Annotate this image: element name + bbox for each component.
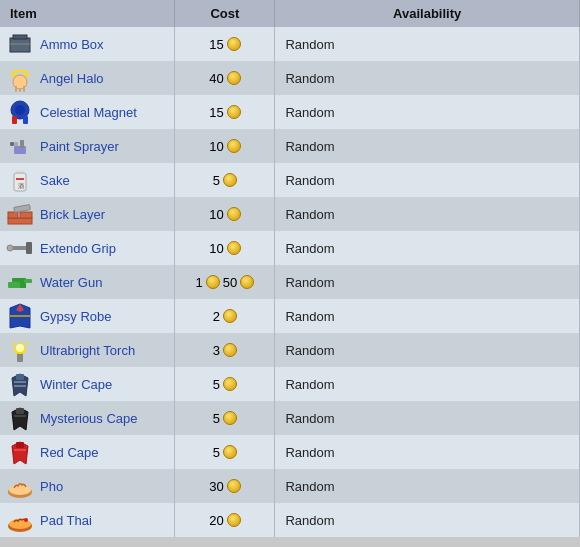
item-name-water-gun[interactable]: Water Gun (40, 275, 102, 290)
item-name-ammo-box[interactable]: Ammo Box (40, 37, 104, 52)
cost-amount: 10 (209, 241, 223, 256)
availability-cell-red-cape: Random (275, 435, 580, 469)
shop-table-container: Item Cost Availability Ammo Box15RandomA… (0, 0, 580, 537)
svg-rect-13 (20, 140, 24, 148)
availability-cell-pho: Random (275, 469, 580, 503)
item-icon-paint-sprayer (6, 132, 34, 160)
cost-cell-celestial-magnet: 15 (181, 105, 268, 120)
availability-cell-celestial-magnet: Random (275, 95, 580, 129)
item-icon-extendo-grip (6, 234, 34, 262)
svg-rect-21 (8, 212, 18, 218)
item-cell-sake: 酒Sake (6, 166, 168, 194)
item-name-paint-sprayer[interactable]: Paint Sprayer (40, 139, 119, 154)
cost-cell-gypsy-robe: 2 (181, 309, 268, 324)
table-row: Brick Layer10Random (0, 197, 580, 231)
table-row: Pho30Random (0, 469, 580, 503)
coin-icon (223, 173, 237, 187)
cost-cell-brick-layer: 10 (181, 207, 268, 222)
coin-icon (227, 105, 241, 119)
item-cell-brick-layer: Brick Layer (6, 200, 168, 228)
cost-amount: 15 (209, 105, 223, 120)
cost-amount: 5 (213, 411, 220, 426)
cost-cell-sake: 5 (181, 173, 268, 188)
item-name-pho[interactable]: Pho (40, 479, 63, 494)
svg-rect-1 (13, 35, 27, 39)
item-name-ultrabright-torch[interactable]: Ultrabright Torch (40, 343, 135, 358)
coin-icon (227, 241, 241, 255)
item-name-gypsy-robe[interactable]: Gypsy Robe (40, 309, 112, 324)
svg-point-26 (7, 245, 13, 251)
item-cell-pad-thai: Pad Thai (6, 506, 168, 534)
item-icon-brick-layer (6, 200, 34, 228)
availability-cell-gypsy-robe: Random (275, 299, 580, 333)
shop-table: Item Cost Availability Ammo Box15RandomA… (0, 0, 580, 537)
cost-amount: 5 (213, 173, 220, 188)
svg-point-4 (13, 75, 27, 89)
table-row: Red Cape5Random (0, 435, 580, 469)
svg-rect-10 (12, 116, 17, 124)
svg-rect-11 (23, 116, 28, 124)
item-icon-ultrabright-torch (6, 336, 34, 364)
item-cell-red-cape: Red Cape (6, 438, 168, 466)
cost-cell-pho: 30 (181, 479, 268, 494)
availability-cell-winter-cape: Random (275, 367, 580, 401)
item-cell-angel-halo: Angel Halo (6, 64, 168, 92)
item-name-sake[interactable]: Sake (40, 173, 70, 188)
availability-cell-extendo-grip: Random (275, 231, 580, 265)
item-name-angel-halo[interactable]: Angel Halo (40, 71, 104, 86)
coin-icon (227, 37, 241, 51)
item-cell-extendo-grip: Extendo Grip (6, 234, 168, 262)
coin-icon (223, 411, 237, 425)
cost-amount: 20 (209, 513, 223, 528)
svg-rect-48 (16, 442, 24, 448)
availability-cell-pad-thai: Random (275, 503, 580, 537)
item-icon-ammo-box (6, 30, 34, 58)
header-item: Item (0, 0, 175, 27)
cost-cell-ammo-box: 15 (181, 37, 268, 52)
svg-rect-41 (16, 374, 24, 380)
coin-icon (227, 479, 241, 493)
availability-cell-brick-layer: Random (275, 197, 580, 231)
table-row: Pad Thai20Random (0, 503, 580, 537)
item-cell-water-gun: Water Gun (6, 268, 168, 296)
table-row: Celestial Magnet15Random (0, 95, 580, 129)
item-name-extendo-grip[interactable]: Extendo Grip (40, 241, 116, 256)
item-cell-winter-cape: Winter Cape (6, 370, 168, 398)
svg-point-36 (16, 344, 24, 352)
header-cost: Cost (175, 0, 275, 27)
svg-rect-30 (12, 278, 22, 282)
item-cell-paint-sprayer: Paint Sprayer (6, 132, 168, 160)
cost-amount: 15 (209, 37, 223, 52)
cost-amount: 10 (209, 207, 223, 222)
svg-rect-29 (24, 279, 32, 283)
coin-icon (227, 139, 241, 153)
item-name-winter-cape[interactable]: Winter Cape (40, 377, 112, 392)
item-cell-mysterious-cape: Mysterious Cape (6, 404, 168, 432)
svg-rect-0 (10, 38, 30, 52)
item-name-red-cape[interactable]: Red Cape (40, 445, 99, 460)
cost-extra-amount: 1 (196, 275, 203, 290)
item-cell-gypsy-robe: Gypsy Robe (6, 302, 168, 330)
table-row: Extendo Grip10Random (0, 231, 580, 265)
item-icon-mysterious-cape (6, 404, 34, 432)
svg-point-54 (24, 518, 28, 522)
table-row: Gypsy Robe2Random (0, 299, 580, 333)
item-name-mysterious-cape[interactable]: Mysterious Cape (40, 411, 138, 426)
availability-cell-water-gun: Random (275, 265, 580, 299)
item-icon-sake: 酒 (6, 166, 34, 194)
item-name-brick-layer[interactable]: Brick Layer (40, 207, 105, 222)
svg-text:酒: 酒 (18, 183, 24, 189)
table-row: Ammo Box15Random (0, 27, 580, 61)
cost-amount: 5 (213, 445, 220, 460)
item-icon-water-gun (6, 268, 34, 296)
cost-amount: 5 (213, 377, 220, 392)
coin-gold-extra (206, 275, 220, 289)
item-name-celestial-magnet[interactable]: Celestial Magnet (40, 105, 137, 120)
item-name-pad-thai[interactable]: Pad Thai (40, 513, 92, 528)
item-icon-gypsy-robe (6, 302, 34, 330)
item-icon-red-cape (6, 438, 34, 466)
item-cell-celestial-magnet: Celestial Magnet (6, 98, 168, 126)
svg-point-15 (10, 142, 14, 146)
svg-point-9 (15, 105, 25, 115)
table-row: 酒Sake5Random (0, 163, 580, 197)
